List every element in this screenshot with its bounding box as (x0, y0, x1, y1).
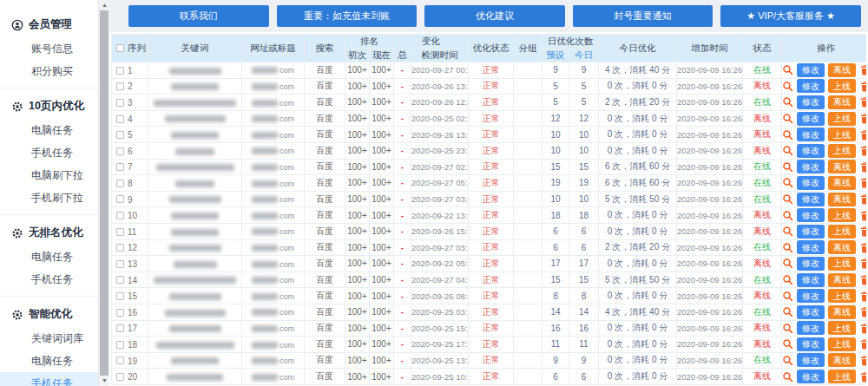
sidebar-item[interactable]: 电脑任务 (0, 350, 98, 372)
scrollbar-thumb[interactable] (100, 10, 108, 376)
row-checkbox[interactable] (116, 180, 124, 187)
modify-button[interactable]: 修改 (797, 289, 825, 303)
trash-icon[interactable] (859, 177, 866, 188)
sidebar-section-header[interactable]: 智能优化 (0, 302, 98, 327)
trash-icon[interactable] (859, 113, 866, 124)
toggle-online-button[interactable]: 离线 (828, 273, 856, 287)
toolbar-button[interactable]: 联系我们 (128, 5, 269, 27)
toggle-online-button[interactable]: 离线 (828, 305, 856, 319)
sidebar-item[interactable]: 电脑刷下拉 (0, 164, 98, 186)
row-checkbox[interactable] (116, 260, 124, 268)
modify-button[interactable]: 修改 (797, 321, 825, 335)
toggle-online-button[interactable]: 上线 (828, 337, 856, 351)
trash-icon[interactable] (859, 371, 866, 383)
sidebar-item[interactable]: 手机任务 (0, 372, 98, 386)
modify-button[interactable]: 修改 (797, 225, 825, 239)
row-checkbox[interactable] (116, 309, 124, 317)
row-checkbox[interactable] (116, 131, 124, 139)
toolbar-button[interactable]: 优化建议 (424, 5, 565, 27)
select-all-checkbox[interactable] (116, 44, 124, 52)
toggle-online-button[interactable]: 离线 (828, 63, 856, 77)
modify-button[interactable]: 修改 (797, 337, 825, 351)
toggle-online-button[interactable]: 上线 (828, 321, 856, 335)
toggle-online-button[interactable]: 离线 (828, 160, 856, 173)
sidebar-item[interactable]: 手机刷下拉 (0, 186, 98, 209)
toggle-online-button[interactable]: 上线 (828, 79, 856, 93)
toolbar-button[interactable]: ★ VIP/大客服服务 ★ (720, 5, 861, 27)
row-checkbox[interactable] (116, 99, 124, 107)
toolbar-button[interactable]: 封号重要通知 (573, 5, 713, 27)
trash-icon[interactable] (859, 323, 866, 334)
search-icon[interactable] (782, 323, 793, 334)
trash-icon[interactable] (859, 306, 866, 317)
row-checkbox[interactable] (116, 82, 124, 90)
trash-icon[interactable] (859, 193, 866, 205)
trash-icon[interactable] (859, 96, 866, 108)
modify-button[interactable]: 修改 (797, 370, 825, 383)
modify-button[interactable]: 修改 (797, 95, 825, 109)
row-checkbox[interactable] (116, 292, 124, 300)
sidebar-item[interactable]: 电脑任务 (0, 119, 98, 141)
modify-button[interactable]: 修改 (797, 353, 825, 367)
toggle-online-button[interactable]: 上线 (828, 289, 856, 303)
search-icon[interactable] (782, 274, 793, 285)
search-icon[interactable] (782, 291, 793, 302)
toolbar-button[interactable]: 重要：如充值未到账 (277, 5, 418, 27)
modify-button[interactable]: 修改 (797, 176, 825, 190)
modify-button[interactable]: 修改 (797, 257, 825, 271)
modify-button[interactable]: 修改 (797, 240, 825, 254)
row-checkbox[interactable] (116, 324, 124, 332)
sidebar-item[interactable]: 手机任务 (0, 141, 98, 164)
trash-icon[interactable] (859, 274, 866, 285)
search-icon[interactable] (782, 96, 793, 108)
modify-button[interactable]: 修改 (797, 128, 825, 141)
toggle-online-button[interactable]: 上线 (828, 112, 856, 126)
toggle-online-button[interactable]: 上线 (828, 257, 856, 271)
row-checkbox[interactable] (116, 357, 124, 364)
trash-icon[interactable] (859, 129, 866, 141)
modify-button[interactable]: 修改 (797, 112, 825, 126)
modify-button[interactable]: 修改 (797, 273, 825, 287)
row-checkbox[interactable] (116, 228, 124, 236)
search-icon[interactable] (782, 355, 793, 366)
toggle-online-button[interactable]: 上线 (828, 208, 856, 222)
sidebar-scrollbar[interactable]: ▲ ▼ (98, 0, 109, 386)
toggle-online-button[interactable]: 离线 (828, 240, 856, 254)
row-checkbox[interactable] (116, 163, 124, 171)
row-checkbox[interactable] (116, 276, 124, 284)
sidebar-section-header[interactable]: 无排名优化 (0, 220, 98, 245)
row-checkbox[interactable] (116, 212, 124, 219)
toggle-online-button[interactable]: 离线 (828, 353, 856, 367)
search-icon[interactable] (782, 306, 793, 317)
search-icon[interactable] (782, 81, 793, 92)
row-checkbox[interactable] (116, 373, 124, 381)
trash-icon[interactable] (859, 226, 866, 237)
row-checkbox[interactable] (116, 67, 124, 75)
trash-icon[interactable] (859, 210, 866, 221)
sidebar-section-header[interactable]: 10页内优化 (0, 94, 98, 119)
search-icon[interactable] (782, 371, 793, 383)
search-icon[interactable] (782, 193, 793, 205)
toggle-online-button[interactable]: 上线 (828, 370, 856, 383)
toggle-online-button[interactable]: 上线 (828, 128, 856, 141)
modify-button[interactable]: 修改 (797, 160, 825, 173)
modify-button[interactable]: 修改 (797, 63, 825, 77)
modify-button[interactable]: 修改 (797, 305, 825, 319)
row-checkbox[interactable] (116, 147, 124, 155)
sidebar-section-header[interactable]: 会员管理 (0, 12, 98, 37)
search-icon[interactable] (782, 113, 793, 124)
trash-icon[interactable] (859, 81, 866, 92)
trash-icon[interactable] (859, 64, 866, 75)
trash-icon[interactable] (859, 145, 866, 156)
trash-icon[interactable] (859, 338, 866, 350)
trash-icon[interactable] (859, 291, 866, 302)
trash-icon[interactable] (859, 242, 866, 253)
row-checkbox[interactable] (116, 115, 124, 123)
sidebar-item[interactable]: 电脑任务 (0, 245, 98, 268)
search-icon[interactable] (782, 210, 793, 221)
sidebar-item[interactable]: 关键词词库 (0, 327, 98, 350)
search-icon[interactable] (782, 258, 793, 269)
modify-button[interactable]: 修改 (797, 208, 825, 222)
sidebar-item[interactable]: 手机任务 (0, 268, 98, 291)
sidebar-item[interactable]: 积分购买 (0, 60, 98, 82)
